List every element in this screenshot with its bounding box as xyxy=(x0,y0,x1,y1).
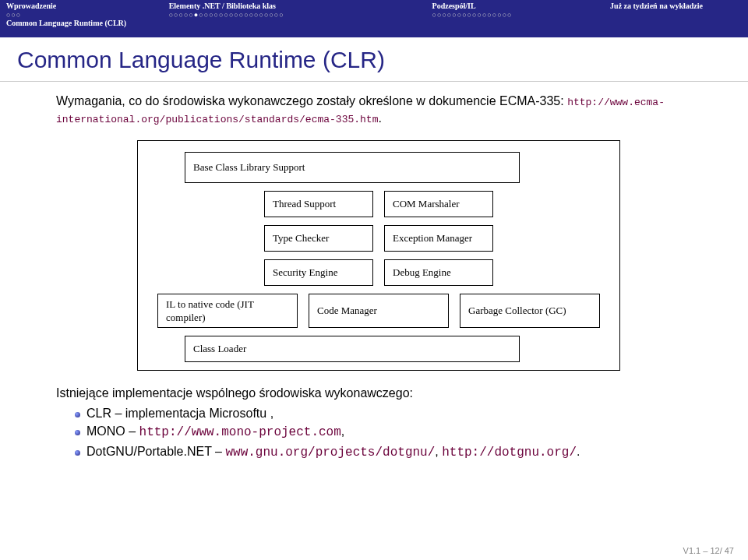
box-security-engine: Security Engine xyxy=(264,259,373,286)
nav-label: Już za tydzień na wykładzie xyxy=(610,2,742,10)
box-garbage-collector: Garbage Collector (GC) xyxy=(460,294,600,328)
list-item: MONO – http://www.mono-project.com, xyxy=(75,423,701,442)
progress-dots: ○○○○○○○○○○○○○○○○ xyxy=(432,11,611,19)
bullet-icon xyxy=(75,450,80,456)
box-class-loader: Class Loader xyxy=(185,336,520,362)
clr-diagram: Base Class Library Support Thread Suppor… xyxy=(137,140,620,371)
intro-text: Wymagania, co do środowiska wykonawczego… xyxy=(56,93,701,126)
nav-item-wprowadzenie[interactable]: Wprowadzenie ○○○ xyxy=(6,2,169,19)
list-item: DotGNU/Portable.NET – www.gnu.org/projec… xyxy=(75,443,701,462)
progress-dots: ○○○○○●○○○○○○○○○○○○○○○○○ xyxy=(169,11,432,19)
nav-item-podzespol[interactable]: Podzespół/IL ○○○○○○○○○○○○○○○○ xyxy=(432,2,611,19)
nav-label: Podzespół/IL xyxy=(432,2,611,10)
subsection-label: Common Language Runtime (CLR) xyxy=(0,19,748,27)
list-item: CLR – implementacja Microsoftu , xyxy=(75,405,701,422)
nav-label: Wprowadzenie xyxy=(6,2,169,10)
slide-content: Wymagania, co do środowiska wykonawczego… xyxy=(0,82,748,462)
box-thread-support: Thread Support xyxy=(264,191,373,217)
bullet-icon xyxy=(75,412,80,417)
dotgnu-url: www.gnu.org/projects/dotgnu/ xyxy=(225,446,435,460)
mono-url: http://www.mono-project.com xyxy=(139,425,341,439)
box-type-checker: Type Checker xyxy=(264,225,373,252)
box-jit-compiler: IL to native code (JIT compiler) xyxy=(157,294,298,328)
progress-dots: ○○○ xyxy=(6,11,169,19)
nav-label: Elementy .NET / Biblioteka klas xyxy=(169,2,432,10)
nav-item-juz-za-tydzien[interactable]: Już za tydzień na wykładzie xyxy=(610,2,742,19)
box-exception-manager: Exception Manager xyxy=(384,225,493,252)
box-debug-engine: Debug Engine xyxy=(384,259,493,286)
slide-title: Common Language Runtime (CLR) xyxy=(0,37,748,82)
box-base-class-library: Base Class Library Support xyxy=(185,152,520,183)
slide-footer: V1.1 – 12/ 47 xyxy=(683,546,734,555)
nav-item-elementy[interactable]: Elementy .NET / Biblioteka klas ○○○○○●○○… xyxy=(169,2,432,19)
box-code-manager: Code Manager xyxy=(309,294,449,328)
box-com-marshaler: COM Marshaler xyxy=(384,191,493,217)
implementations-intro: Istniejące implementacje wspólnego środo… xyxy=(56,385,701,402)
slide-header: Wprowadzenie ○○○ Elementy .NET / Bibliot… xyxy=(0,0,748,37)
bullet-icon xyxy=(75,430,80,435)
dotgnu-url2: http://dotgnu.org/ xyxy=(442,446,577,460)
implementations-list: CLR – implementacja Microsoftu , MONO – … xyxy=(56,405,701,462)
